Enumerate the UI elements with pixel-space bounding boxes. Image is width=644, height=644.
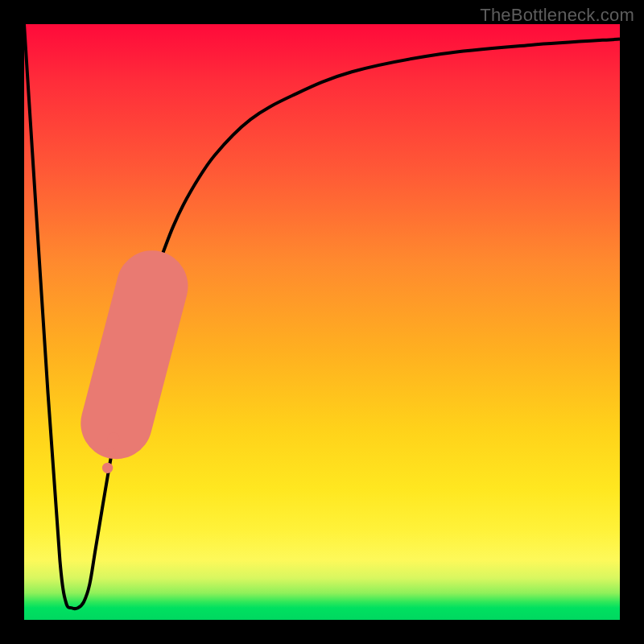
overlay-dot bbox=[108, 432, 120, 444]
overlay-dot bbox=[102, 463, 113, 473]
overlay-dot bbox=[105, 448, 116, 458]
highlight-band bbox=[117, 287, 152, 423]
plot-area bbox=[24, 24, 620, 620]
chart-frame: TheBottleneck.com bbox=[0, 0, 644, 644]
watermark-text: TheBottleneck.com bbox=[480, 5, 634, 26]
curve-layer bbox=[24, 24, 620, 620]
